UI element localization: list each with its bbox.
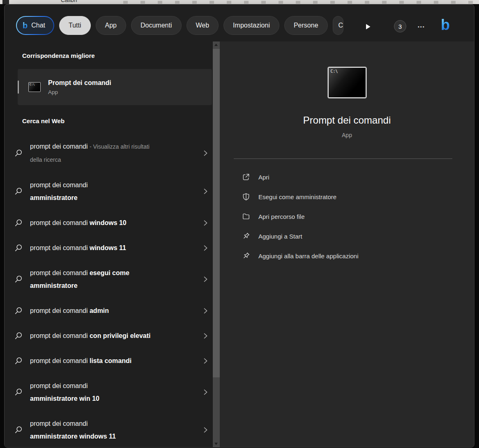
best-match-item[interactable]: C:\ Prompt dei comandi App xyxy=(18,69,212,105)
action-label: Esegui come amministratore xyxy=(258,193,336,200)
search-suggestion[interactable]: prompt dei comandi con privilegi elevati xyxy=(5,323,213,348)
suggestion-query: prompt dei comandi xyxy=(30,179,154,191)
scroll-up-icon[interactable] xyxy=(214,44,218,46)
suggestion-completion: amministratore win 10 xyxy=(30,395,99,402)
chevron-right-icon xyxy=(203,307,208,315)
command-prompt-icon: C:\ xyxy=(28,82,41,92)
action-label: Apri xyxy=(258,174,269,181)
windows-search-flyout: b Chat Tutti App Documenti Web Impostazi… xyxy=(4,4,474,448)
font-name-label: Calibri xyxy=(61,0,77,3)
action-label: Aggiungi alla barra delle applicazioni xyxy=(258,253,359,260)
count-badge[interactable]: 3 xyxy=(394,20,406,32)
search-suggestion[interactable]: prompt dei comandi esegui come amministr… xyxy=(5,260,213,298)
tab-label: App xyxy=(105,22,117,29)
shield-icon xyxy=(242,193,250,201)
divider xyxy=(234,159,452,159)
screen: Calibri b Chat Tutti App Documenti Web I… xyxy=(0,0,479,448)
app-type: App xyxy=(220,132,474,138)
scrollbar[interactable] xyxy=(213,41,220,447)
tab-label: Impostazioni xyxy=(233,22,270,29)
toolbar-icons-row xyxy=(123,1,475,4)
tab-chat[interactable]: b Chat xyxy=(16,16,54,35)
suggestion-query: prompt dei comandi xyxy=(30,143,88,150)
chevron-right-icon xyxy=(203,332,208,340)
folder-icon xyxy=(242,212,250,221)
suggestion-query: prompt dei comandi xyxy=(30,219,88,226)
suggestion-query: prompt dei comandi xyxy=(30,332,88,339)
search-icon xyxy=(14,356,23,366)
search-icon xyxy=(14,425,23,435)
chevron-right-icon xyxy=(203,149,208,157)
search-suggestion[interactable]: prompt dei comandi windows 10 xyxy=(5,210,213,235)
best-match-header: Corrispondenza migliore xyxy=(22,52,213,59)
search-icon xyxy=(14,218,23,228)
tab-label: C xyxy=(339,22,343,29)
tab-tutti[interactable]: Tutti xyxy=(59,16,91,35)
chevron-right-icon xyxy=(203,187,208,195)
search-suggestion[interactable]: prompt dei comandi windows 11 xyxy=(5,235,213,260)
suggestion-completion: amministratore windows 11 xyxy=(30,433,116,440)
tab-impostazioni[interactable]: Impostazioni xyxy=(223,16,279,35)
play-icon[interactable] xyxy=(365,23,371,30)
actions-list: Apri Esegui come amministratore xyxy=(220,167,474,266)
action-open[interactable]: Apri xyxy=(220,167,474,187)
tab-app[interactable]: App xyxy=(96,16,126,35)
action-pin-to-start[interactable]: Aggiungi a Start xyxy=(220,226,474,246)
count-badge-value: 3 xyxy=(398,23,402,30)
scroll-down-icon[interactable] xyxy=(214,443,218,445)
suggestion-query: prompt dei comandi xyxy=(30,357,88,364)
tab-label: Web xyxy=(196,22,210,29)
best-match-type: App xyxy=(48,89,111,95)
results-pane: Corrispondenza migliore C:\ Prompt dei c… xyxy=(5,41,213,447)
chevron-right-icon xyxy=(203,388,208,396)
more-options-icon[interactable]: ••• xyxy=(418,24,425,29)
tab-label: Tutti xyxy=(69,22,81,29)
bing-icon: b xyxy=(23,21,28,30)
suggestion-completion: lista comandi xyxy=(90,357,131,364)
app-title: Prompt dei comandi xyxy=(220,115,474,126)
chevron-right-icon xyxy=(203,244,208,252)
search-icon xyxy=(14,331,23,341)
bing-logo[interactable]: b xyxy=(441,18,450,32)
tab-web[interactable]: Web xyxy=(187,16,219,35)
search-suggestion[interactable]: prompt dei comandi amministratore window… xyxy=(5,411,213,448)
tab-documenti[interactable]: Documenti xyxy=(131,16,181,35)
tab-partial[interactable]: C xyxy=(333,16,343,35)
search-tabbar: b Chat Tutti App Documenti Web Impostazi… xyxy=(5,5,474,41)
toolbar-icon-stub xyxy=(2,0,9,4)
search-suggestion[interactable]: prompt dei comandi amministratore win 10 xyxy=(5,373,213,411)
search-icon xyxy=(14,306,23,316)
web-suggestions: prompt dei comandi - Visualizza altri ri… xyxy=(5,134,213,448)
tab-persone[interactable]: Persone xyxy=(284,16,328,35)
tab-label: Documenti xyxy=(140,22,172,29)
tab-label: Persone xyxy=(294,22,318,29)
search-suggestion[interactable]: prompt dei comandi admin xyxy=(5,298,213,323)
action-open-file-location[interactable]: Apri percorso file xyxy=(220,207,474,226)
command-prompt-icon-text: C:\ xyxy=(30,83,35,86)
command-prompt-icon-text: C:\ xyxy=(331,69,338,74)
action-label: Apri percorso file xyxy=(258,213,305,220)
suggestion-completion: admin xyxy=(90,307,109,314)
chevron-right-icon xyxy=(203,275,208,283)
suggestion-query: prompt dei comandi xyxy=(30,269,88,276)
background-app-toolbar: Calibri xyxy=(0,0,479,4)
search-icon xyxy=(14,243,23,253)
search-suggestion[interactable]: prompt dei comandi lista comandi xyxy=(5,348,213,373)
suggestion-completion: windows 11 xyxy=(90,244,126,251)
pin-icon xyxy=(242,232,250,240)
suggestion-completion: windows 10 xyxy=(90,219,127,226)
pin-icon xyxy=(242,252,250,260)
search-suggestion[interactable]: prompt dei comandi amministratore xyxy=(5,172,213,210)
suggestion-query: prompt dei comandi xyxy=(30,307,88,314)
tab-chat-label: Chat xyxy=(31,22,45,29)
best-match-title: Prompt dei comandi xyxy=(48,79,111,87)
chevron-right-icon xyxy=(203,219,208,227)
action-label: Aggiungi a Start xyxy=(258,233,302,240)
search-icon xyxy=(14,274,23,284)
action-run-as-admin[interactable]: Esegui come amministratore xyxy=(220,187,474,207)
action-pin-to-taskbar[interactable]: Aggiungi alla barra delle applicazioni xyxy=(220,246,474,266)
scrollbar-thumb[interactable] xyxy=(213,49,220,377)
search-icon xyxy=(14,186,23,196)
suggestion-query: prompt dei comandi xyxy=(30,379,154,392)
search-suggestion[interactable]: prompt dei comandi - Visualizza altri ri… xyxy=(5,134,213,172)
